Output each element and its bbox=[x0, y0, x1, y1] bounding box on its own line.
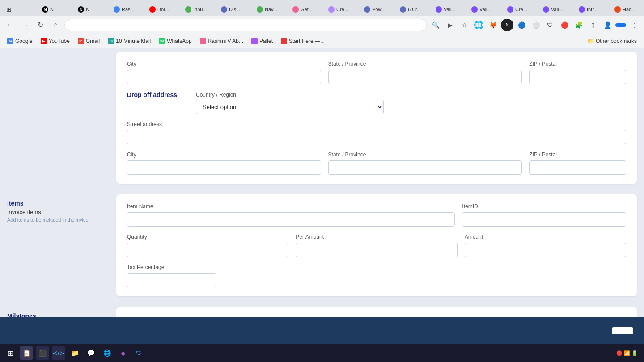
page-content: City State / Province ZIP / Postal bbox=[0, 48, 644, 317]
more-options-icon[interactable]: ⋮ bbox=[628, 19, 640, 31]
extension-icon-6[interactable]: 🛡 bbox=[544, 19, 556, 31]
tab-dis[interactable]: Dis... bbox=[216, 3, 252, 16]
dropoff-street-label: Street address bbox=[127, 121, 626, 127]
tab-cre2[interactable]: Cre... bbox=[503, 3, 538, 16]
tab-dor[interactable]: Dor... bbox=[145, 3, 181, 16]
folder-icon: 📁 bbox=[587, 38, 594, 44]
taskbar-filemanager-icon[interactable]: 📁 bbox=[68, 346, 81, 360]
dropoff-zip-input[interactable] bbox=[529, 160, 626, 175]
amount-input[interactable] bbox=[465, 243, 626, 257]
extension-icon-5[interactable]: ⚪ bbox=[530, 19, 542, 31]
browser-frame: ⊞ N N N N Ras... Dor... Inpu... Dis... N… bbox=[0, 0, 644, 362]
extension-icon-2[interactable]: 🦊 bbox=[487, 19, 499, 31]
milestone-tr-label: Milestone Supervisor 1 wallet address bbox=[380, 316, 626, 317]
pickup-zip-label: ZIP / Postal bbox=[529, 61, 626, 67]
dropoff-state-input[interactable] bbox=[328, 160, 522, 175]
bookmark-whatsapp[interactable]: W WhatsApp bbox=[155, 37, 195, 46]
home-button[interactable]: ⌂ bbox=[49, 19, 62, 31]
extension-icon-7[interactable]: 🔴 bbox=[558, 19, 571, 31]
tab-hac[interactable]: Hac... bbox=[610, 3, 644, 16]
dropoff-country-select[interactable]: Select option bbox=[196, 100, 384, 114]
tab-2[interactable]: N N bbox=[73, 3, 109, 16]
tab-nav[interactable]: Nav... bbox=[252, 3, 288, 16]
tab-pow[interactable]: Pow... bbox=[360, 3, 395, 16]
per-amount-input[interactable] bbox=[296, 243, 457, 257]
tab-intr[interactable]: Intr... bbox=[574, 3, 610, 16]
taskbar-apps-icon[interactable]: ⊞ bbox=[4, 346, 17, 360]
bookmarks-bar: G Google ▶ YouTube M Gmail 10 10 Minute … bbox=[0, 34, 644, 48]
pickup-city-label: City bbox=[127, 61, 321, 67]
back-button[interactable]: ← bbox=[4, 19, 16, 31]
update-button[interactable] bbox=[615, 23, 626, 27]
extension-icon-8[interactable]: 🧩 bbox=[572, 19, 585, 31]
toolbar-icons: 🔍 ▶ ☆ 🌐 🦊 N 🔵 ⚪ 🛡 🔴 🧩 ▯ 👤 ⋮ bbox=[429, 19, 640, 31]
item-name-label: Item Name bbox=[127, 203, 455, 210]
extension-icon-1[interactable]: 🌐 bbox=[472, 19, 485, 31]
extension-icon-3[interactable]: N bbox=[501, 19, 513, 31]
pickup-state-input[interactable] bbox=[328, 70, 522, 84]
taskbar-chrome-icon[interactable]: 🌐 bbox=[100, 346, 114, 360]
tab-vali2[interactable]: Vali... bbox=[467, 3, 503, 16]
address-input[interactable] bbox=[64, 19, 427, 31]
items-section-title: Items bbox=[7, 200, 109, 207]
taskbar-vscode-icon[interactable]: ≺/≻ bbox=[52, 346, 65, 360]
milestones-section-title: Milstones bbox=[7, 312, 109, 317]
dropoff-zip-label: ZIP / Postal bbox=[529, 152, 626, 158]
items-desc: Add items to be included in the invice bbox=[7, 217, 109, 223]
pickup-zip-input[interactable] bbox=[529, 70, 626, 84]
taskbar-right: 🔴 📶 🔋 bbox=[616, 350, 640, 356]
taskbar-eth-icon[interactable]: ◆ bbox=[116, 346, 130, 360]
tab-cre1[interactable]: Cre... bbox=[324, 3, 360, 16]
tab-vali3[interactable]: Vali... bbox=[538, 3, 574, 16]
items-sublabel: Invoice items bbox=[7, 209, 109, 215]
address-bar-row: ← → ↻ ⌂ 🔍 ▶ ☆ 🌐 🦊 N 🔵 ⚪ 🛡 🔴 🧩 ▯ 👤 ⋮ bbox=[0, 16, 644, 34]
bookmark-youtube[interactable]: ▶ YouTube bbox=[37, 37, 73, 46]
amount-label: Amount bbox=[465, 234, 626, 240]
footer-bar bbox=[0, 317, 644, 344]
dropoff-street-input[interactable] bbox=[127, 130, 626, 144]
cast-icon[interactable]: ▶ bbox=[444, 19, 456, 31]
bookmark-10minute[interactable]: 10 10 Minute Mail bbox=[104, 37, 154, 46]
taskbar-files-icon[interactable]: 📋 bbox=[20, 346, 33, 360]
taskbar-terminal-icon[interactable]: ⬛ bbox=[36, 346, 49, 360]
dropoff-city-input[interactable] bbox=[127, 160, 321, 175]
tab-apps[interactable]: ⊞ bbox=[2, 3, 38, 16]
tab-6cr[interactable]: 6 Cr... bbox=[395, 3, 431, 16]
bookmark-star-icon[interactable]: ☆ bbox=[458, 19, 470, 31]
taskbar-tray-icons: 🔴 📶 🔋 bbox=[616, 350, 638, 356]
submit-button[interactable] bbox=[612, 327, 633, 334]
refresh-button[interactable]: ↻ bbox=[34, 19, 47, 31]
pickup-state-label: State / Province bbox=[328, 61, 522, 67]
quantity-input[interactable] bbox=[127, 243, 288, 257]
taskbar-shield-icon[interactable]: 🛡 bbox=[132, 346, 146, 360]
search-icon[interactable]: 🔍 bbox=[429, 19, 442, 31]
quantity-label: Quantity bbox=[127, 234, 288, 240]
item-id-input[interactable] bbox=[462, 212, 626, 227]
sidebar-icon[interactable]: ▯ bbox=[587, 19, 599, 31]
bookmark-gmail[interactable]: M Gmail bbox=[74, 37, 103, 46]
taskbar-discord-icon[interactable]: 💬 bbox=[84, 346, 97, 360]
tab-vali1[interactable]: Vali... bbox=[431, 3, 467, 16]
profile-icon[interactable]: 👤 bbox=[601, 19, 614, 31]
tab-1[interactable]: N N bbox=[38, 3, 73, 16]
dropoff-country-label: Country / Region bbox=[196, 92, 236, 98]
bookmark-rashmi[interactable]: Rashmi V Ab... bbox=[196, 37, 247, 46]
tab-inp[interactable]: Inpu... bbox=[181, 3, 216, 16]
bookmark-other[interactable]: 📁 Other bookmarks bbox=[584, 37, 640, 46]
item-id-label: ItemID bbox=[462, 203, 626, 210]
tab-bar: ⊞ N N N N Ras... Dor... Inpu... Dis... N… bbox=[0, 0, 644, 16]
dropoff-state-label: State / Province bbox=[328, 152, 522, 158]
tab-get[interactable]: Get... bbox=[288, 3, 324, 16]
extension-icon-4[interactable]: 🔵 bbox=[515, 19, 528, 31]
bookmark-google[interactable]: G Google bbox=[4, 37, 36, 46]
tax-input[interactable] bbox=[127, 273, 216, 287]
forward-button[interactable]: → bbox=[19, 19, 31, 31]
tab-rashmi[interactable]: Ras... bbox=[109, 3, 145, 16]
bookmark-pallet[interactable]: Pallet bbox=[248, 37, 276, 46]
item-name-input[interactable] bbox=[127, 212, 455, 227]
pickup-city-input[interactable] bbox=[127, 70, 321, 84]
taskbar: ⊞ 📋 ⬛ ≺/≻ 📁 💬 🌐 ◆ 🛡 🔴 📶 🔋 bbox=[0, 344, 644, 362]
bookmark-start-here[interactable]: Start Here —... bbox=[277, 37, 328, 46]
per-amount-label: Per Amount bbox=[296, 234, 457, 240]
tax-label: Tax Percentage bbox=[127, 264, 216, 270]
